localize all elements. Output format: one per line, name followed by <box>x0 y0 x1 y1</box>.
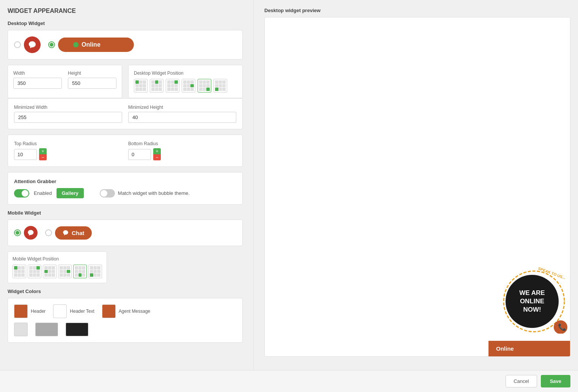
pos-topright[interactable] <box>166 79 179 93</box>
header-color-label: Header <box>31 309 46 314</box>
desktop-widget-style-card: Online <box>8 30 243 60</box>
mobile-bubble-icon <box>24 226 38 240</box>
save-button[interactable]: Save <box>541 375 570 387</box>
online-now-text: ONLINE <box>520 297 544 306</box>
enabled-label: Enabled <box>34 190 52 196</box>
cancel-button[interactable]: Cancel <box>506 375 537 387</box>
match-theme-label: Match widget with bubble theme. <box>118 190 190 196</box>
widget-colors-section-label: Widget Colors <box>8 289 243 294</box>
mob-pos-midright[interactable] <box>58 265 72 278</box>
bottom-radius-input[interactable] <box>128 149 151 160</box>
top-radius-minus[interactable]: − <box>39 154 47 160</box>
pos-topcenter[interactable] <box>150 79 163 93</box>
top-radius-input[interactable] <box>14 149 37 160</box>
mob-pos-midleft[interactable] <box>43 265 57 278</box>
colors-row: Header Header Text Agent Message <box>14 304 236 318</box>
pos-topleft[interactable] <box>134 79 148 93</box>
page-container: WIDGET APPEARANCE Desktop Widget <box>0 0 578 392</box>
bottom-radius-minus[interactable]: − <box>153 154 161 160</box>
position-options <box>134 79 237 93</box>
wh-row: Width Height <box>13 71 116 89</box>
bottom-radius-group: Bottom Radius + − <box>128 141 236 160</box>
footer-bar: Cancel Save <box>0 370 578 392</box>
chat-button-preview: Chat <box>55 226 92 240</box>
header-text-color-swatch[interactable] <box>53 304 67 318</box>
mobile-chat-radio[interactable] <box>45 229 52 236</box>
width-group: Width <box>13 71 62 89</box>
height-group: Height <box>68 71 116 89</box>
mobile-bubble-option[interactable] <box>14 226 38 240</box>
height-label: Height <box>68 71 116 76</box>
gallery-button[interactable]: Gallery <box>57 188 84 198</box>
header-text-color-item: Header Text <box>53 304 94 318</box>
min-height-input[interactable] <box>128 112 236 123</box>
phone-svg: 📞 <box>547 313 568 334</box>
min-height-label: Minimized Height <box>128 105 236 110</box>
pos-bottomleft[interactable] <box>214 79 227 93</box>
bottom-radius-plus[interactable]: + <box>153 148 161 154</box>
preview-panel: WE ARE ONLINE NOW! SPEAK TO US... 📞 <box>264 17 570 357</box>
agent-message-color-item: Agent Message <box>102 304 150 318</box>
pos-midright[interactable] <box>182 79 195 93</box>
mob-pos-bottomright[interactable] <box>73 265 87 278</box>
online-bar[interactable]: Online <box>488 341 570 356</box>
top-radius-plus[interactable]: + <box>39 148 47 154</box>
mobile-chat-option[interactable]: Chat <box>45 226 92 240</box>
mob-pos-topleft[interactable] <box>13 265 26 278</box>
color-item-extra1 <box>14 323 28 336</box>
position-label: Desktop Widget Position <box>134 71 237 76</box>
mobile-widget-label: Mobile Widget <box>8 210 243 216</box>
attention-toggle[interactable] <box>14 189 29 198</box>
agent-message-label: Agent Message <box>119 309 150 314</box>
widget-style-row: Online <box>14 36 236 53</box>
match-theme-toggle[interactable] <box>100 189 115 198</box>
color-item-extra2 <box>35 323 58 336</box>
online-bar-wrapper: Online <box>488 341 570 356</box>
mobile-pos-options <box>13 265 102 278</box>
bottom-radius-stepper: + − <box>153 148 161 160</box>
width-input[interactable] <box>13 78 62 89</box>
extra-swatch2[interactable] <box>35 323 58 336</box>
button-radio[interactable] <box>48 41 55 48</box>
mob-pos-bottomleft[interactable] <box>88 265 102 278</box>
color-item-extra3 <box>66 323 88 336</box>
dimensions-card: Width Height <box>8 65 122 98</box>
min-width-group: Minimized Width <box>14 105 122 123</box>
mobile-position-wrapper: Mobile Widget Position <box>8 251 107 283</box>
button-option[interactable]: Online <box>48 38 134 52</box>
bubble-radio[interactable] <box>14 41 21 48</box>
mobile-bubble-radio[interactable] <box>14 229 21 236</box>
extra-swatch3[interactable] <box>66 323 88 336</box>
position-card: Desktop Widget Position <box>128 65 243 98</box>
widget-colors-card: Header Header Text Agent Message <box>8 298 243 343</box>
dimensions-position-row: Width Height Desktop Widget Position <box>8 65 243 98</box>
header-color-swatch[interactable] <box>14 304 28 318</box>
bubble-option[interactable] <box>14 36 41 53</box>
height-input[interactable] <box>68 78 116 89</box>
extra-swatch1[interactable] <box>14 323 28 336</box>
top-radius-controls: + − <box>14 148 122 160</box>
agent-message-color-swatch[interactable] <box>102 304 116 318</box>
online-button-preview: Online <box>58 38 134 52</box>
attention-label: Attention Grabber <box>14 179 236 184</box>
min-width-input[interactable] <box>14 112 122 123</box>
svg-text:📞: 📞 <box>558 323 567 331</box>
radius-card: Top Radius + − Bottom Radius <box>8 135 243 167</box>
mobile-widget-card: Chat <box>8 220 243 246</box>
min-height-group: Minimized Height <box>128 105 236 123</box>
colors-row-2 <box>14 323 236 336</box>
grabber-wrapper: WE ARE ONLINE NOW! SPEAK TO US... 📞 <box>502 269 566 334</box>
top-radius-stepper: + − <box>39 148 47 160</box>
bottom-radius-controls: + − <box>128 148 236 160</box>
header-color-item: Header <box>14 304 46 318</box>
pos-bottomright[interactable] <box>198 79 211 93</box>
main-content: WIDGET APPEARANCE Desktop Widget <box>0 0 578 370</box>
online-text: Online <box>82 41 101 48</box>
mob-pos-topright[interactable] <box>28 265 41 278</box>
min-width-label: Minimized Width <box>14 105 122 110</box>
mobile-pos-label: Mobile Widget Position <box>13 256 102 262</box>
status-dot <box>73 42 79 47</box>
bubble-icon <box>24 36 41 53</box>
top-radius-label: Top Radius <box>14 141 122 146</box>
now-text: NOW! <box>523 306 541 314</box>
